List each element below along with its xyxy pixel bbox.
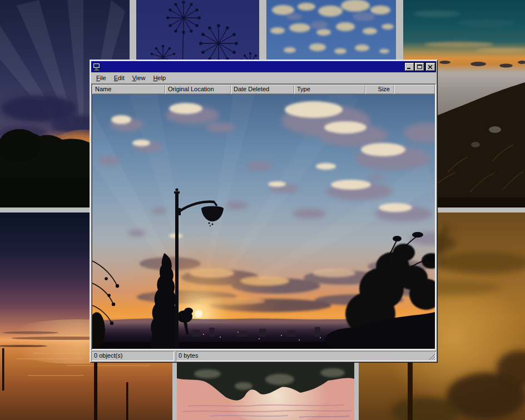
column-header-original-location[interactable]: Original Location: [165, 85, 231, 94]
menu-help[interactable]: Help: [149, 73, 170, 82]
file-listview: Name Original Location Date Deleted Type…: [91, 83, 436, 350]
computer-icon[interactable]: [92, 62, 101, 71]
maximize-button[interactable]: [415, 63, 424, 71]
desktop: File Edit View Help Name Original Locati…: [0, 0, 525, 420]
column-header-blank[interactable]: [394, 85, 435, 94]
resize-grip[interactable]: [428, 353, 435, 360]
status-size: 0 bytes: [176, 351, 436, 361]
column-header-size[interactable]: Size: [365, 85, 394, 94]
status-objects: 0 object(s): [91, 351, 174, 361]
column-header-row: Name Original Location Date Deleted Type…: [92, 85, 435, 94]
resize-grip-icon: [428, 353, 435, 360]
column-header-date-deleted[interactable]: Date Deleted: [231, 85, 294, 94]
minimize-button[interactable]: [405, 63, 414, 71]
status-bar: 0 object(s) 0 bytes: [91, 351, 436, 361]
close-icon: [428, 65, 433, 69]
maximize-icon: [417, 65, 422, 69]
menu-file[interactable]: File: [92, 73, 110, 82]
status-size-label: 0 bytes: [179, 352, 198, 359]
column-header-type[interactable]: Type: [294, 85, 365, 94]
menu-view[interactable]: View: [128, 73, 150, 82]
list-body-sunset-photo[interactable]: [92, 94, 435, 349]
menu-edit[interactable]: Edit: [110, 73, 128, 82]
minimize-icon: [407, 65, 412, 69]
window-titlebar[interactable]: [91, 61, 436, 72]
column-header-name[interactable]: Name: [92, 85, 165, 94]
recycle-bin-window: File Edit View Help Name Original Locati…: [90, 60, 438, 363]
close-button[interactable]: [426, 63, 435, 71]
menu-bar: File Edit View Help: [91, 72, 436, 83]
